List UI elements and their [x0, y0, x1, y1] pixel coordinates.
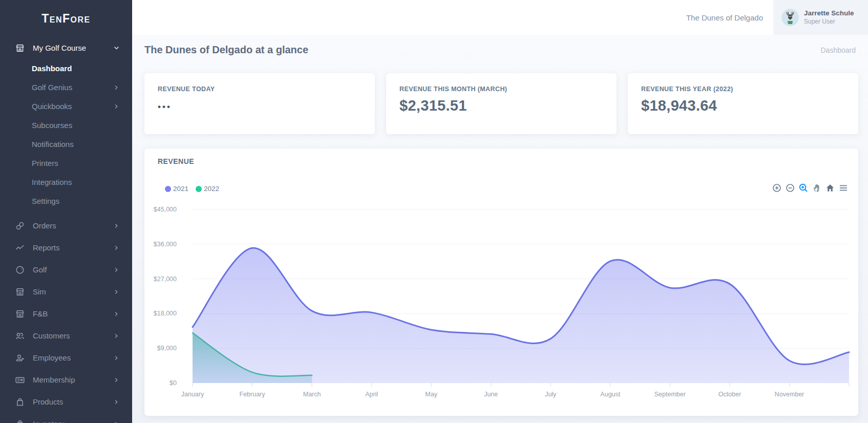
svg-text:November: November: [775, 391, 805, 398]
svg-text:August: August: [600, 391, 620, 398]
storefront-icon: [14, 43, 26, 54]
employee-icon: [14, 352, 26, 364]
chevron-right-icon: [113, 103, 120, 110]
sidebar-item-customers[interactable]: Customers: [0, 325, 132, 347]
chevron-right-icon: [113, 222, 120, 229]
sidebar-item-membership[interactable]: Membership: [0, 369, 132, 391]
shopping-bag-icon: [14, 396, 26, 408]
svg-text:$9,000: $9,000: [157, 345, 177, 352]
revenue-month-card: REVENUE THIS MONTH (MARCH) $2,315.51: [386, 73, 617, 134]
chevron-right-icon: [113, 288, 120, 295]
svg-text:$18,000: $18,000: [154, 310, 177, 317]
sidebar-item-settings[interactable]: Settings: [0, 192, 132, 210]
sidebar-item-golf-genius[interactable]: Golf Genius: [0, 78, 132, 97]
revenue-area-chart[interactable]: $45,000$36,000$27,000$18,000$9,000$0Janu…: [144, 149, 858, 416]
revenue-chart-card: REVENUE 2021 2022: [144, 149, 858, 416]
id-card-icon: [14, 374, 26, 386]
svg-text:$0: $0: [170, 379, 177, 387]
main-content: The Dunes of Delgado Jarrette Schule Sup…: [132, 0, 868, 423]
sidebar-item-quickbooks[interactable]: Quickbooks: [0, 97, 132, 116]
chevron-right-icon: [113, 398, 120, 406]
storefront-icon: [14, 286, 26, 298]
page-title: The Dunes of Delgado at a glance: [144, 44, 308, 56]
sidebar-item-products[interactable]: Products: [0, 391, 132, 413]
sidebar-item-subcourses[interactable]: Subcourses: [0, 116, 132, 135]
sidebar: TenFore My Golf Course Dashboard Golf Ge…: [0, 0, 132, 423]
sidebar-item-my-golf-course[interactable]: My Golf Course: [0, 37, 132, 59]
chevron-right-icon: [113, 376, 120, 384]
storefront-icon: [14, 308, 26, 320]
sidebar-item-golf[interactable]: Golf: [0, 259, 132, 281]
sidebar-item-notifications[interactable]: Notifications: [0, 135, 132, 154]
svg-text:$45,000: $45,000: [154, 206, 177, 213]
user-name: Jarrette Schule: [804, 9, 854, 18]
stat-cards: REVENUE TODAY ••• REVENUE THIS MONTH (MA…: [144, 73, 858, 134]
svg-text:June: June: [484, 391, 498, 398]
sidebar-item-integrations[interactable]: Integrations: [0, 173, 132, 192]
user-role: Super User: [804, 18, 854, 26]
sidebar-item-sim[interactable]: Sim: [0, 281, 132, 303]
sidebar-nav[interactable]: My Golf Course Dashboard Golf Genius Qui…: [0, 37, 132, 423]
chevron-right-icon: [113, 332, 120, 340]
trend-icon: [14, 242, 26, 253]
chevron-right-icon: [113, 420, 120, 423]
card-value: $2,315.51: [399, 97, 603, 114]
sidebar-item-label: My Golf Course: [33, 44, 113, 52]
svg-text:$36,000: $36,000: [154, 241, 177, 248]
chevron-right-icon: [113, 84, 120, 91]
chevron-right-icon: [113, 354, 120, 362]
sidebar-item-reports[interactable]: Reports: [0, 237, 132, 259]
topbar: The Dunes of Delgado Jarrette Schule Sup…: [132, 0, 868, 35]
sidebar-item-fb[interactable]: F&B: [0, 303, 132, 325]
chevron-right-icon: [113, 266, 120, 273]
chevron-down-icon: [113, 45, 120, 52]
card-label: REVENUE TODAY: [158, 86, 362, 93]
svg-text:July: July: [545, 391, 557, 398]
svg-text:January: January: [181, 391, 204, 398]
card-label: REVENUE THIS YEAR (2022): [641, 86, 845, 93]
svg-text:May: May: [425, 391, 437, 398]
breadcrumb: Dashboard: [821, 46, 856, 54]
sidebar-item-dashboard[interactable]: Dashboard: [0, 59, 132, 78]
sidebar-item-inventory[interactable]: Inventory: [0, 413, 132, 423]
app-logo: TenFore: [0, 0, 132, 37]
svg-text:September: September: [654, 391, 686, 398]
coins-icon: [14, 220, 26, 231]
chevron-right-icon: [113, 310, 120, 318]
sidebar-item-orders[interactable]: Orders: [0, 215, 132, 237]
revenue-today-card: REVENUE TODAY •••: [144, 73, 375, 134]
golf-ball-icon: [14, 264, 26, 276]
card-value-loading: •••: [158, 102, 362, 112]
revenue-year-card: REVENUE THIS YEAR (2022) $18,943.64: [628, 73, 858, 134]
people-icon: [14, 330, 26, 342]
svg-text:October: October: [718, 391, 741, 398]
card-label: REVENUE THIS MONTH (MARCH): [399, 86, 603, 93]
svg-text:March: March: [303, 391, 321, 398]
avatar: [781, 9, 799, 26]
user-menu[interactable]: Jarrette Schule Super User: [773, 0, 868, 35]
svg-text:February: February: [240, 391, 266, 398]
sidebar-item-employees[interactable]: Employees: [0, 347, 132, 369]
card-value: $18,943.64: [641, 97, 845, 114]
course-name: The Dunes of Delgado: [686, 13, 763, 22]
box-icon: [14, 418, 26, 423]
sidebar-item-printers[interactable]: Printers: [0, 154, 132, 173]
svg-text:April: April: [365, 391, 378, 398]
chevron-right-icon: [113, 244, 120, 251]
svg-text:$27,000: $27,000: [154, 276, 177, 283]
